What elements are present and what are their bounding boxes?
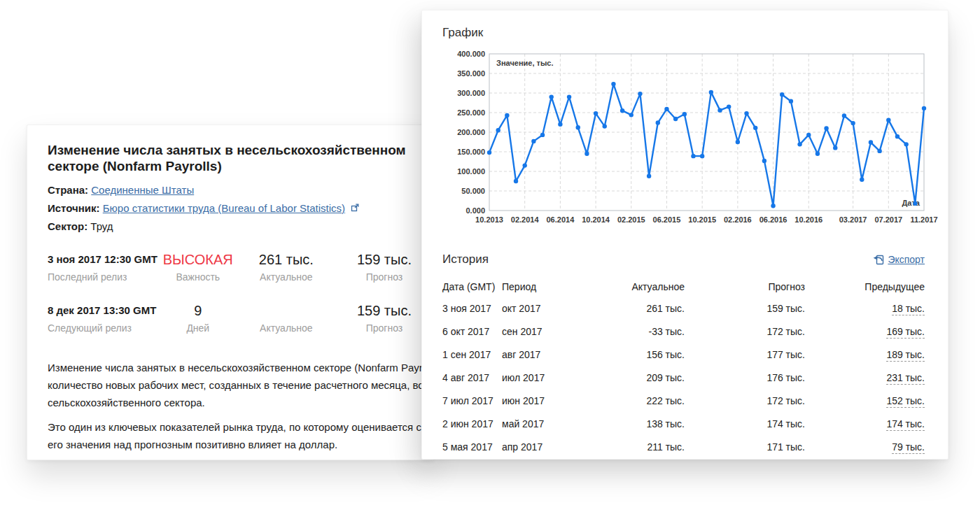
export-link[interactable]: Экспорт [888, 254, 925, 265]
stat-label: Следующий релиз [48, 322, 159, 334]
country-link[interactable]: Соединенные Штаты [91, 184, 194, 196]
cell-period: апр 2017 [502, 441, 566, 453]
previous-value[interactable]: 169 тыс. [886, 326, 925, 339]
stat-last-release: 3 ноя 2017 12:30 GMT Последний релиз [48, 250, 159, 283]
previous-value[interactable]: 231 тыс. [886, 372, 925, 385]
cell-actual: 209 тыс. [566, 372, 685, 383]
description-line: Это один из ключевых показателей рынка т… [48, 418, 433, 436]
history-header-bar: История Экспорт [442, 253, 925, 266]
chart-heading: График [442, 26, 925, 40]
source-row: Источник: Бюро статистики труда (Bureau … [48, 199, 433, 218]
stats-row-next-release: 8 дек 2017 13:30 GMT Следующий релиз 9 Д… [48, 301, 433, 334]
svg-text:11.2017: 11.2017 [910, 215, 937, 224]
cell-date: 6 окт 2017 [442, 326, 502, 337]
col-header-date: Дата (GMT) [442, 281, 502, 292]
stat-label: Последний релиз [48, 271, 159, 283]
table-row: 6 окт 2017 сен 2017 -33 тыс. 172 тыс. 16… [442, 320, 925, 343]
cell-period: май 2017 [502, 418, 566, 429]
cell-date: 1 сен 2017 [442, 349, 502, 360]
table-row: 4 авг 2017 июл 2017 209 тыс. 176 тыс. 23… [442, 366, 925, 389]
country-row: Страна: Соединенные Штаты [48, 181, 433, 199]
svg-text:02.2015: 02.2015 [617, 215, 645, 224]
cell-previous: 152 тыс. [805, 395, 925, 406]
indicator-info-card: Изменение числа занятых в несельскохозяй… [27, 125, 434, 460]
cell-forecast: 172 тыс. [685, 326, 805, 337]
stat-importance: ВЫСОКАЯ Важность [159, 250, 237, 283]
stat-label: Прогноз [335, 271, 433, 283]
stat-label: Актуальное [237, 271, 335, 283]
svg-text:02.2016: 02.2016 [724, 215, 752, 224]
stat-actual: 261 тыс. Актуальное [237, 250, 335, 283]
svg-text:Дата: Дата [902, 199, 920, 207]
table-row: 5 мая 2017 апр 2017 211 тыс. 171 тыс. 79… [442, 435, 925, 458]
cell-forecast: 174 тыс. [685, 418, 805, 429]
svg-text:10.2013: 10.2013 [475, 215, 503, 224]
stat-value: 3 ноя 2017 12:30 GMT [48, 250, 159, 269]
cell-forecast: 171 тыс. [685, 441, 805, 453]
svg-text:300.000: 300.000 [457, 89, 485, 97]
source-link[interactable]: Бюро статистики труда (Bureau of Labor S… [103, 202, 345, 214]
export-control[interactable]: Экспорт [872, 254, 925, 265]
cell-date: 3 ноя 2017 [442, 303, 502, 314]
cell-actual: 211 тыс. [566, 441, 685, 453]
stat-value: 159 тыс. [335, 301, 433, 320]
svg-text:02.2014: 02.2014 [511, 215, 540, 224]
cell-period: июн 2017 [502, 395, 566, 406]
page-title: Изменение числа занятых в несельскохозяй… [48, 142, 431, 174]
indicator-description: Изменение числа занятых в несельскохозяй… [48, 359, 433, 453]
stat-value [237, 301, 335, 320]
cell-actual: 138 тыс. [566, 418, 685, 429]
svg-text:10.2015: 10.2015 [688, 215, 716, 224]
svg-text:10.2014: 10.2014 [582, 215, 610, 224]
stat-label: Прогноз [335, 322, 433, 334]
description-line: сельскохозяйственного сектора. [48, 394, 433, 411]
table-row: 3 ноя 2017 окт 2017 261 тыс. 159 тыс. 18… [442, 297, 925, 320]
previous-value[interactable]: 174 тыс. [886, 418, 925, 431]
svg-text:250.000: 250.000 [457, 108, 485, 117]
svg-text:10.2016: 10.2016 [794, 215, 822, 224]
cell-actual: 222 тыс. [566, 395, 685, 406]
col-header-actual: Актуальное [566, 281, 685, 292]
previous-value[interactable]: 18 тыс. [892, 303, 925, 315]
stats-row-last-release: 3 ноя 2017 12:30 GMT Последний релиз ВЫС… [48, 250, 433, 283]
history-heading: История [442, 253, 489, 266]
previous-value[interactable]: 79 тыс. [892, 441, 925, 454]
cell-period: сен 2017 [502, 326, 566, 337]
svg-text:200.000: 200.000 [457, 128, 485, 136]
col-header-period: Период [502, 281, 566, 292]
svg-text:400.000: 400.000 [457, 50, 485, 58]
stat-days: 9 Дней [159, 301, 237, 334]
svg-text:06.2016: 06.2016 [760, 215, 788, 224]
cell-forecast: 172 тыс. [685, 395, 805, 406]
cell-date: 2 июн 2017 [442, 418, 502, 429]
svg-text:Значение, тыс.: Значение, тыс. [496, 59, 553, 67]
history-table: Дата (GMT) Период Актуальное Прогноз Пре… [442, 278, 925, 458]
history-table-header: Дата (GMT) Период Актуальное Прогноз Пре… [442, 278, 925, 296]
cell-actual: 261 тыс. [566, 303, 685, 314]
cell-forecast: 176 тыс. [685, 372, 805, 383]
svg-text:350.000: 350.000 [457, 69, 485, 78]
cell-previous: 18 тыс. [805, 303, 925, 314]
external-link-icon [351, 199, 359, 218]
country-label: Страна: [48, 184, 88, 196]
svg-text:06.2015: 06.2015 [653, 215, 681, 224]
cell-period: июл 2017 [502, 372, 566, 383]
description-line: количество новых рабочих мест, созданных… [48, 376, 433, 394]
sector-value: Труд [90, 220, 113, 232]
sector-row: Сектор: Труд [48, 218, 433, 236]
table-row: 2 июн 2017 май 2017 138 тыс. 174 тыс. 17… [442, 412, 925, 435]
release-stats: 3 ноя 2017 12:30 GMT Последний релиз ВЫС… [48, 250, 433, 334]
cell-date: 7 июл 2017 [442, 395, 502, 406]
importance-value: ВЫСОКАЯ [159, 250, 237, 269]
stat-label: Дней [159, 322, 237, 334]
cell-date: 5 мая 2017 [442, 441, 502, 453]
table-row: 1 сен 2017 авг 2017 156 тыс. 177 тыс. 18… [442, 343, 925, 366]
previous-value[interactable]: 189 тыс. [886, 349, 925, 362]
cell-date: 4 авг 2017 [442, 372, 502, 383]
stat-value: 8 дек 2017 13:30 GMT [48, 301, 159, 320]
stat-label: Важность [159, 271, 237, 283]
svg-text:0.000: 0.000 [465, 206, 485, 215]
cell-previous: 169 тыс. [805, 326, 925, 337]
previous-value[interactable]: 152 тыс. [886, 395, 925, 408]
svg-text:06.2014: 06.2014 [547, 215, 575, 224]
